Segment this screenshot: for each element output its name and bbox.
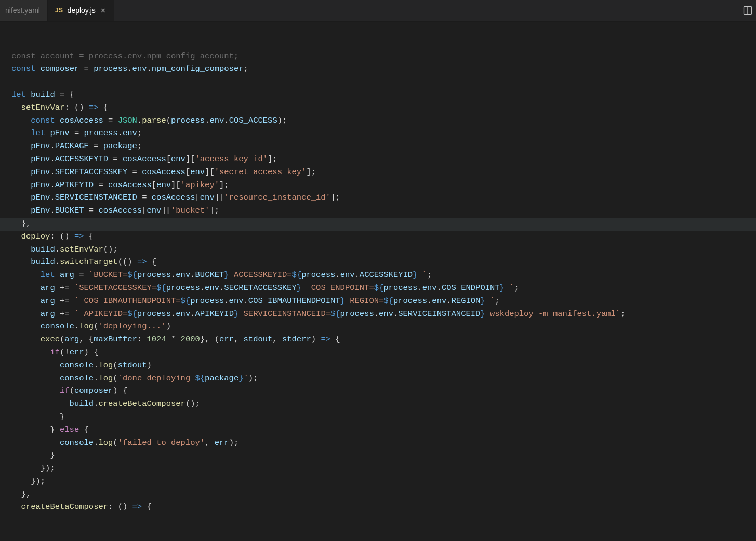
code-editor[interactable]: const account = process.env.npm_config_a… (0, 22, 756, 526)
tab-manifest[interactable]: nifest.yaml (0, 0, 48, 21)
tab-bar: nifest.yaml JS deploy.js × (0, 0, 756, 22)
js-file-icon: JS (55, 4, 63, 17)
tab-label: nifest.yaml (5, 4, 40, 17)
tab-label: deploy.js (68, 4, 96, 17)
code-content: const account = process.env.npm_config_a… (11, 50, 756, 514)
tab-deploy[interactable]: JS deploy.js × (48, 0, 114, 21)
split-editor-icon[interactable] (742, 5, 753, 20)
close-icon[interactable]: × (100, 7, 107, 15)
